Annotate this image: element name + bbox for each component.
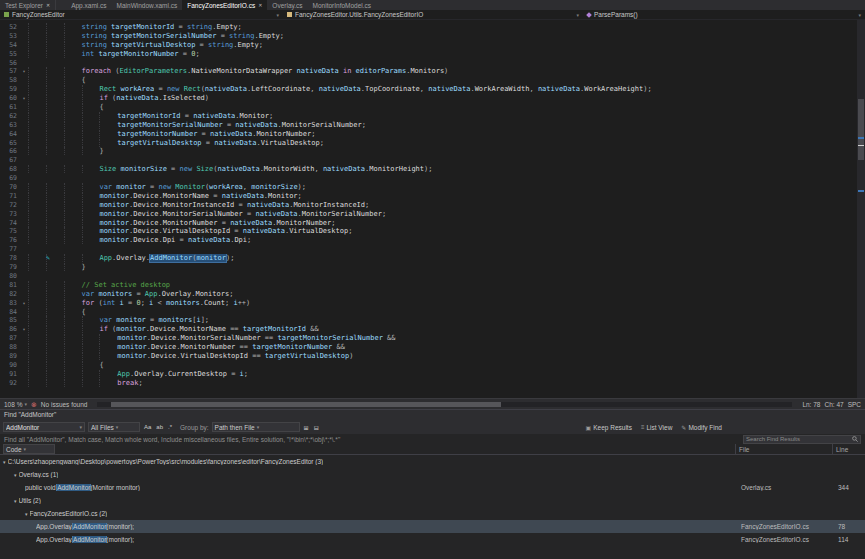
- find-result-group[interactable]: ▾FancyZonesEditorIO.cs (2): [0, 507, 865, 520]
- code-line[interactable]: 52 string targetMonitorId = string.Empty…: [0, 23, 857, 32]
- code-line[interactable]: 67: [0, 156, 857, 165]
- results-tree[interactable]: ▾C:\Users\zhaopengwang\Desktop\powertoys…: [0, 455, 865, 559]
- code-line[interactable]: 65 targetVirtualDesktop = nativeData.Vir…: [0, 139, 857, 148]
- find-query-combo[interactable]: ▾: [3, 422, 85, 432]
- code-line[interactable]: 74 monitor.Device.MonitorNumber = native…: [0, 219, 857, 228]
- collapse-all-button[interactable]: ⊟: [313, 424, 320, 431]
- code-line[interactable]: 66 }: [0, 147, 857, 156]
- code-line[interactable]: 92 break;: [0, 379, 857, 388]
- code-line[interactable]: 70 var monitor = new Monitor(workArea, m…: [0, 183, 857, 192]
- code-line[interactable]: 56: [0, 59, 857, 68]
- find-query-input[interactable]: [6, 424, 77, 431]
- code-line[interactable]: 58 {: [0, 76, 857, 85]
- code-line[interactable]: 80: [0, 272, 857, 281]
- code-line[interactable]: 53 string targetMonitorSerialNumber = st…: [0, 32, 857, 41]
- find-result-group[interactable]: ▾Overlay.cs (1): [0, 468, 865, 481]
- code-line[interactable]: 91 App.Overlay.CurrentDesktop = i;: [0, 370, 857, 379]
- list-view-button[interactable]: ≡ List View: [641, 424, 672, 431]
- code-text: monitor.Device.MonitorSerialNumber = nat…: [28, 210, 857, 219]
- tab-overlay-cs[interactable]: Overlay.cs: [267, 0, 307, 10]
- scrollbar-thumb[interactable]: [858, 99, 864, 159]
- code-line[interactable]: 73 monitor.Device.MonitorSerialNumber = …: [0, 210, 857, 219]
- code-line[interactable]: 69: [0, 174, 857, 183]
- expander-icon[interactable]: ▾: [25, 511, 28, 517]
- code-line[interactable]: 84 {: [0, 308, 857, 317]
- fold-collapse-icon[interactable]: ▾: [20, 299, 28, 308]
- group-by-dropdown[interactable]: Path then File ▾: [212, 422, 300, 432]
- code-line[interactable]: 87 monitor.Device.MonitorSerialNumber ==…: [0, 334, 857, 343]
- code-lines[interactable]: 52 string targetMonitorId = string.Empty…: [0, 20, 857, 398]
- expand-all-button[interactable]: ⊞: [303, 424, 310, 431]
- fold-collapse-icon[interactable]: ▾: [20, 325, 28, 334]
- tab-monitorinfomodel-cs[interactable]: MonitorInfoModel.cs: [308, 0, 377, 10]
- code-line[interactable]: 68 Size monitorSize = new Size(nativeDat…: [0, 165, 857, 174]
- tab-fancyzoneseditorio-cs[interactable]: FancyZonesEditorIO.cs✕: [182, 0, 267, 10]
- whole-word-button[interactable]: ab: [155, 424, 164, 430]
- tab-close-icon[interactable]: ✕: [258, 3, 262, 8]
- code-line[interactable]: 71 monitor.Device.MonitorName = nativeDa…: [0, 192, 857, 201]
- expander-icon[interactable]: ▾: [14, 472, 17, 478]
- code-line[interactable]: 88 monitor.Device.MonitorNumber == targe…: [0, 343, 857, 352]
- project-dropdown[interactable]: FancyZonesEditor ▾: [0, 10, 283, 19]
- code-line[interactable]: 75 monitor.Device.VirtualDesktopId = nat…: [0, 227, 857, 236]
- tab-close-icon[interactable]: ✕: [46, 3, 50, 8]
- fold-collapse-icon[interactable]: ▾: [20, 94, 28, 103]
- scope-dropdown[interactable]: All Files ▾: [88, 422, 140, 432]
- editor-horizontal-scrollbar[interactable]: [97, 402, 792, 407]
- find-result-group[interactable]: ▾C:\Users\zhaopengwang\Desktop\powertoys…: [0, 455, 865, 468]
- code-line[interactable]: 64 targetMonitorNumber = nativeData.Moni…: [0, 130, 857, 139]
- issues-icon[interactable]: ⊗: [31, 401, 37, 408]
- find-result-row[interactable]: App.Overlay.AddMonitor(monitor);FancyZon…: [0, 533, 865, 546]
- code-line[interactable]: 82 var monitors = App.Overlay.Monitors;: [0, 290, 857, 299]
- code-line[interactable]: 77: [0, 245, 857, 254]
- code-line[interactable]: 57▾ foreach (EditorParameters.NativeMoni…: [0, 67, 857, 76]
- whitespace-indicator[interactable]: SPC: [848, 401, 861, 408]
- column-indicator[interactable]: Ch: 47: [824, 401, 843, 408]
- results-search-box[interactable]: [743, 435, 861, 444]
- column-header-file[interactable]: File: [735, 444, 832, 454]
- line-indicator[interactable]: Ln: 78: [802, 401, 820, 408]
- fold-collapse-icon[interactable]: ▾: [20, 67, 28, 76]
- find-result-group[interactable]: ▾Utils (2): [0, 494, 865, 507]
- tab-test-explorer[interactable]: Test Explorer✕: [0, 0, 56, 10]
- code-line[interactable]: 86▾ if (monitor.Device.MonitorName == ta…: [0, 325, 857, 334]
- expander-icon[interactable]: ▾: [14, 498, 17, 504]
- fold-margin: [20, 103, 28, 112]
- type-dropdown[interactable]: FancyZonesEditor.Utils.FancyZonesEditorI…: [283, 10, 583, 19]
- keep-results-button[interactable]: ▣ Keep Results: [586, 424, 632, 431]
- tab-app-xaml-cs[interactable]: App.xaml.cs: [66, 0, 111, 10]
- code-line[interactable]: 60▾ if (nativeData.IsSelected): [0, 94, 857, 103]
- issues-label[interactable]: No issues found: [41, 401, 88, 408]
- code-line[interactable]: 62 targetMonitorId = nativeData.Monitor;: [0, 112, 857, 121]
- code-line[interactable]: 81 // Set active desktop: [0, 281, 857, 290]
- editor-vertical-scrollbar[interactable]: [857, 20, 865, 398]
- code-line[interactable]: 76 monitor.Device.Dpi = nativeData.Dpi;: [0, 236, 857, 245]
- code-line[interactable]: 63 targetMonitorSerialNumber = nativeDat…: [0, 121, 857, 130]
- zoom-control[interactable]: 108 % ▾: [4, 401, 27, 408]
- code-line[interactable]: 54 string targetVirtualDesktop = string.…: [0, 41, 857, 50]
- code-line[interactable]: 55 int targetMonitorNumber = 0;: [0, 50, 857, 59]
- code-line[interactable]: 59 Rect workArea = new Rect(nativeData.L…: [0, 85, 857, 94]
- member-dropdown[interactable]: ParseParams() ▾: [583, 10, 865, 19]
- code-filter-dropdown[interactable]: Code ▾: [3, 444, 55, 454]
- match-case-button[interactable]: Aa: [143, 424, 152, 430]
- tab-mainwindow-xaml-cs[interactable]: MainWindow.xaml.cs: [112, 0, 183, 10]
- code-line[interactable]: 61 {: [0, 103, 857, 112]
- results-search-input[interactable]: [746, 436, 850, 442]
- scrollbar-thumb[interactable]: [111, 402, 500, 407]
- expander-icon[interactable]: ▾: [3, 459, 6, 465]
- find-result-row[interactable]: public void AddMonitor(Monitor monitor)O…: [0, 481, 865, 494]
- quick-actions-icon[interactable]: ✎: [46, 254, 50, 263]
- code-line[interactable]: 89 monitor.Device.VirtualDesktopId == ta…: [0, 352, 857, 361]
- code-line[interactable]: 79 }: [0, 263, 857, 272]
- code-line[interactable]: 78 App.Overlay.AddMonitor(monitor);✎: [0, 254, 857, 263]
- code-line[interactable]: 72 monitor.Device.MonitorInstanceId = na…: [0, 201, 857, 210]
- code-editor[interactable]: 52 string targetMonitorId = string.Empty…: [0, 20, 865, 398]
- code-line[interactable]: 85 var monitor = monitors[i];: [0, 316, 857, 325]
- column-header-line[interactable]: Line: [832, 444, 862, 454]
- find-result-row[interactable]: App.Overlay.AddMonitor(monitor);FancyZon…: [0, 520, 865, 533]
- modify-find-button[interactable]: ✎ Modify Find: [681, 424, 722, 431]
- regex-button[interactable]: .*: [167, 424, 173, 430]
- code-line[interactable]: 90 {: [0, 361, 857, 370]
- code-line[interactable]: 83▾ for (int i = 0; i < monitors.Count; …: [0, 299, 857, 308]
